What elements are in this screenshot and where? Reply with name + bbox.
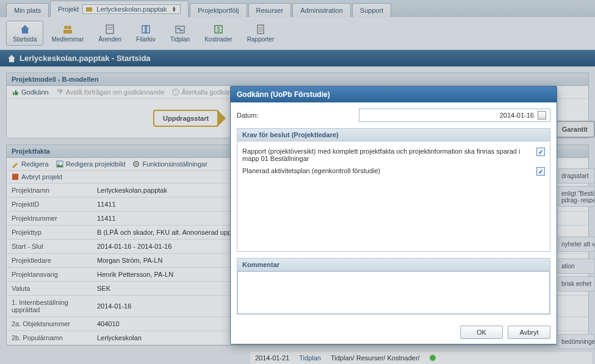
kommentar-panel: Kommentar — [237, 258, 550, 315]
godkann-modal: Godkänn (UoPb Förstudie) Datum: 2014-01-… — [230, 86, 557, 344]
krav-header: Krav för beslut (Projektledare) — [237, 129, 550, 141]
calendar-icon[interactable] — [538, 111, 546, 120]
krav-text: Planerad aktivitetsplan (egenkontroll fö… — [242, 167, 532, 174]
krav-checkbox[interactable]: ✓ — [536, 167, 545, 176]
kommentar-header: Kommentar — [237, 259, 550, 271]
ok-button[interactable]: OK — [460, 326, 503, 339]
datum-value: 2014-01-16 — [500, 112, 534, 119]
krav-body: Rapport (projektöversikt) med komplett p… — [237, 141, 550, 251]
avbryt-button[interactable]: Avbryt — [508, 326, 550, 339]
datum-input[interactable]: 2014-01-16 — [359, 109, 550, 122]
krav-item: Planerad aktivitetsplan (egenkontroll fö… — [242, 165, 545, 178]
krav-item: Rapport (projektöversikt) med komplett p… — [242, 145, 545, 165]
modal-footer: OK Avbryt — [231, 321, 557, 344]
krav-text: Rapport (projektöversikt) med komplett p… — [242, 148, 532, 162]
kommentar-textarea[interactable] — [237, 271, 550, 314]
modal-title: Godkänn (UoPb Förstudie) — [231, 87, 557, 102]
krav-checkbox[interactable]: ✓ — [536, 148, 545, 156]
krav-panel: Krav för beslut (Projektledare) Rapport … — [237, 128, 550, 252]
datum-label: Datum: — [237, 112, 359, 119]
datum-row: Datum: 2014-01-16 — [237, 109, 550, 122]
